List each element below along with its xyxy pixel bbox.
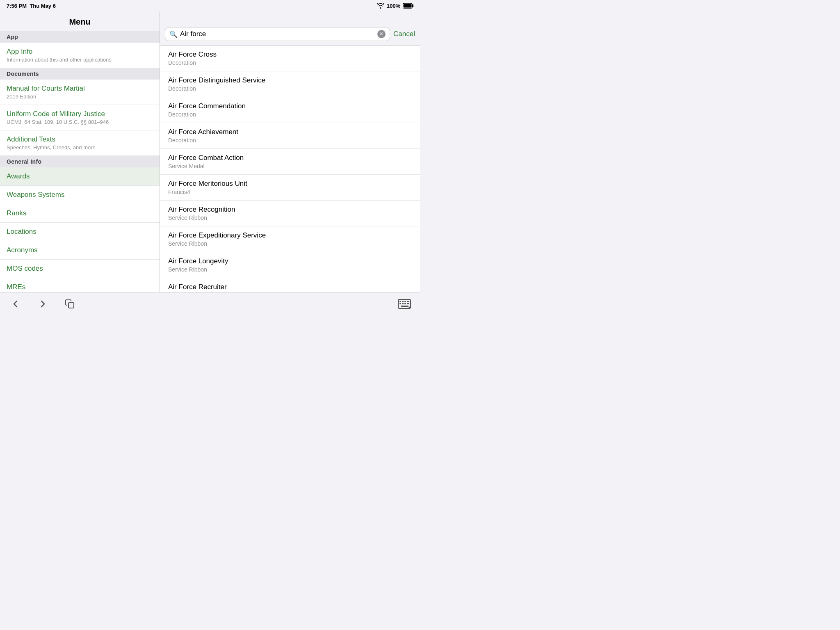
search-results-list[interactable]: Air Force CrossDecorationAir Force Disti… — [160, 46, 420, 292]
svg-rect-1 — [412, 5, 413, 7]
search-result-item[interactable]: Air Force RecognitionService Ribbon — [160, 201, 420, 226]
back-button[interactable] — [8, 297, 23, 311]
search-cancel-button[interactable]: Cancel — [393, 28, 415, 40]
sidebar-item-acronyms[interactable]: Acronyms — [0, 241, 160, 260]
search-result-title: Air Force Longevity — [168, 257, 412, 265]
sidebar-item-additional-texts[interactable]: Additional TextsSpeeches, Hymns, Creeds,… — [0, 130, 160, 156]
search-result-title: Air Force Expeditionary Service — [168, 231, 412, 240]
sidebar-item-title: MREs — [7, 283, 153, 291]
sidebar-item-subtitle: Speeches, Hymns, Creeds, and more — [7, 144, 153, 151]
svg-rect-2 — [404, 4, 412, 8]
sidebar-item-title: MOS codes — [7, 265, 153, 273]
svg-rect-20 — [401, 306, 408, 307]
search-result-subtitle: Service Medal — [168, 163, 412, 169]
sidebar-item-title: Awards — [7, 172, 153, 180]
sidebar-content[interactable]: AppApp InfoInformation about this and ot… — [0, 31, 160, 315]
sidebar-item-title: Acronyms — [7, 246, 153, 254]
sidebar-item-title: Manual for Courts Martial — [7, 84, 153, 93]
search-result-item[interactable]: Air Force Expeditionary ServiceService R… — [160, 226, 420, 252]
sidebar-item-ranks[interactable]: Ranks — [0, 204, 160, 223]
sidebar-item-title: App Info — [7, 48, 153, 56]
status-bar: 7:56 PM Thu May 6 100% — [0, 0, 420, 11]
sidebar-item-mos[interactable]: MOS codes — [0, 260, 160, 278]
sidebar-item-awards[interactable]: Awards — [0, 167, 160, 186]
search-result-subtitle: Decoration — [168, 85, 412, 92]
sidebar-item-subtitle: 2019 Edition — [7, 94, 153, 100]
sidebar-header: Menu — [0, 11, 160, 31]
svg-rect-12 — [399, 301, 401, 302]
search-bar: 🔍 ✕ Cancel — [160, 23, 420, 46]
search-result-item[interactable]: Air Force AchievementDecoration — [160, 123, 420, 149]
svg-rect-10 — [68, 303, 74, 308]
sidebar-item-ucmj[interactable]: Uniform Code of Military JusticeUCMJ, 64… — [0, 105, 160, 130]
sidebar-item-title: Ranks — [7, 209, 153, 217]
svg-rect-18 — [404, 303, 406, 304]
search-clear-button[interactable]: ✕ — [377, 30, 386, 38]
search-result-title: Air Force Achievement — [168, 128, 412, 136]
search-result-item[interactable]: Air Force Distinguished ServiceDecoratio… — [160, 71, 420, 97]
search-result-title: Air Force Cross — [168, 50, 412, 59]
sidebar-item-subtitle: Information about this and other applica… — [7, 57, 153, 63]
sidebar-item-subtitle: UCMJ, 64 Stat. 109, 10 U.S.C. §§ 801–946 — [7, 119, 153, 125]
status-time: 7:56 PM Thu May 6 — [7, 3, 56, 9]
search-result-subtitle: Decoration — [168, 111, 412, 118]
search-input[interactable] — [180, 30, 375, 38]
bottom-toolbar — [0, 292, 420, 315]
search-result-item[interactable]: Air Force LongevityService Ribbon — [160, 252, 420, 278]
search-result-subtitle: Decoration — [168, 59, 412, 66]
svg-rect-14 — [404, 301, 406, 302]
search-result-item[interactable]: Air Force Meritorious UnitFrancis4 — [160, 175, 420, 201]
sidebar-item-title: Additional Texts — [7, 135, 153, 144]
sidebar-item-title: Locations — [7, 228, 153, 236]
search-result-subtitle: Decoration — [168, 137, 412, 144]
forward-button[interactable] — [35, 297, 50, 311]
search-result-item[interactable]: Air Force CrossDecoration — [160, 46, 420, 71]
svg-rect-15 — [407, 301, 409, 302]
search-result-title: Air Force Recruiter — [168, 283, 412, 291]
search-result-item[interactable]: Air Force RecruiterService Ribbon — [160, 278, 420, 292]
search-result-title: Air Force Recognition — [168, 205, 412, 214]
search-magnifier-icon: 🔍 — [169, 30, 178, 38]
main-layout: Menu AppApp InfoInformation about this a… — [0, 11, 420, 315]
search-result-subtitle: Service Ribbon — [168, 215, 412, 221]
section-header-documents: Documents — [0, 68, 160, 80]
svg-rect-16 — [399, 303, 401, 304]
search-result-title: Air Force Commendation — [168, 102, 412, 110]
search-overlay: 🔍 ✕ Cancel Air Force CrossDecorationAir … — [160, 23, 420, 292]
battery-icon — [403, 3, 413, 9]
sidebar-item-app-info[interactable]: App InfoInformation about this and other… — [0, 43, 160, 68]
sidebar-item-title: Uniform Code of Military Justice — [7, 110, 153, 118]
sidebar: Menu AppApp InfoInformation about this a… — [0, 11, 160, 315]
status-right: 100% — [377, 3, 413, 9]
search-result-subtitle: Service Ribbon — [168, 266, 412, 273]
wifi-icon — [377, 3, 384, 9]
search-result-item[interactable]: Air Force CommendationDecoration — [160, 97, 420, 123]
search-result-item[interactable]: Air Force Combat ActionService Medal — [160, 149, 420, 175]
search-input-wrapper[interactable]: 🔍 ✕ — [165, 27, 390, 41]
search-result-title: Air Force Distinguished Service — [168, 76, 412, 84]
sidebar-item-mcm[interactable]: Manual for Courts Martial2019 Edition — [0, 80, 160, 105]
search-result-subtitle: Francis4 — [168, 189, 412, 195]
svg-rect-17 — [402, 303, 404, 304]
search-result-subtitle: Service Ribbon — [168, 240, 412, 247]
keyboard-button[interactable] — [397, 297, 412, 311]
search-result-title: Air Force Meritorious Unit — [168, 180, 412, 188]
sidebar-item-locations[interactable]: Locations — [0, 223, 160, 241]
sidebar-title: Menu — [7, 17, 153, 27]
sidebar-item-weapons[interactable]: Weapons Systems — [0, 186, 160, 204]
svg-rect-19 — [407, 303, 409, 304]
search-result-title: Air Force Combat Action — [168, 154, 412, 162]
battery-percent: 100% — [387, 3, 400, 9]
section-header-general-info: General Info — [0, 156, 160, 167]
section-header-app: App — [0, 31, 160, 43]
svg-rect-13 — [402, 301, 404, 302]
sidebar-item-title: Weapons Systems — [7, 191, 153, 199]
copy-button[interactable] — [62, 297, 77, 311]
